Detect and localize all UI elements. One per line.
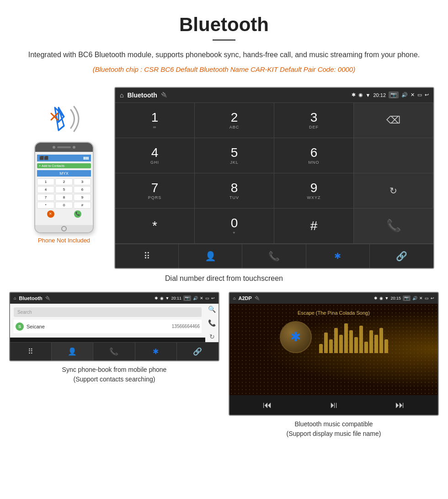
- next-track-btn[interactable]: ⏭: [395, 400, 405, 410]
- music-caption-text: Bluetooth music compatible(Support displ…: [287, 420, 381, 437]
- phonebook-time: 20:11: [171, 296, 181, 300]
- key-5[interactable]: 5 JKL: [195, 138, 274, 173]
- phone-camera: [57, 146, 71, 148]
- eq-bar-6: [349, 330, 353, 353]
- music-camera-icon: 📷: [403, 295, 411, 301]
- prev-track-btn[interactable]: ⏮: [263, 400, 272, 410]
- key-refresh[interactable]: ↻: [354, 173, 433, 209]
- eq-bar-4: [339, 335, 343, 353]
- bt-status-icon: ✱: [352, 92, 356, 98]
- eq-bar-2: [329, 339, 333, 353]
- pb-nav-contacts[interactable]: 👤: [52, 343, 93, 360]
- key-1[interactable]: 1 ∞: [115, 103, 195, 138]
- nav-contacts[interactable]: 👤: [179, 244, 242, 268]
- dialpad-grid: 1 ∞ 2 ABC 3 DEF ⌫ 4 GHI 5 JKL: [115, 102, 433, 244]
- key-3[interactable]: 3 DEF: [274, 103, 354, 138]
- dial-caption: Dial number direct from touchscreen: [0, 269, 448, 292]
- key-8[interactable]: 8 TUV: [195, 173, 274, 209]
- status-right: ✱ ◉ ▼ 20:12 📷 🔊 ✕ ▭ ↩: [352, 91, 429, 98]
- play-pause-btn[interactable]: ⏯: [329, 400, 338, 410]
- key-4-number: 4: [151, 146, 159, 159]
- song-title: Escape (The Pina Colada Song): [298, 310, 370, 316]
- phonebook-usb-icon: 🔌: [45, 296, 50, 300]
- menu-icon: ▭: [417, 92, 422, 98]
- location-icon: ◉: [358, 92, 363, 98]
- nav-bluetooth[interactable]: ✱: [306, 244, 370, 268]
- music-loc-icon: ◉: [379, 296, 383, 300]
- eq-bar-12: [379, 328, 383, 353]
- mini-key-9: 9: [74, 194, 91, 201]
- dialpad-bottom-nav: ⠿ 👤 📞 ✱ 🔗: [115, 244, 433, 268]
- key-hash[interactable]: #: [274, 209, 354, 244]
- signal-icon: ▼: [366, 92, 371, 98]
- key-star[interactable]: *: [115, 209, 195, 244]
- key-backspace[interactable]: ⌫: [354, 103, 433, 138]
- nav-phone[interactable]: 📞: [242, 244, 306, 268]
- phone-signal: ▮▮▮: [83, 156, 89, 160]
- contact-initial: S: [16, 322, 24, 331]
- camera-icon: 📷: [389, 91, 399, 98]
- music-caption: Bluetooth music compatible(Support displ…: [287, 419, 381, 439]
- key-hash-symbol: #: [310, 220, 318, 232]
- key-call-end[interactable]: 📞: [354, 209, 433, 244]
- header-section: Bluetooth Integrated with BC6 Bluetooth …: [0, 0, 448, 82]
- key-0[interactable]: 0 +: [195, 209, 274, 244]
- key-6-letters: MNO: [309, 160, 320, 165]
- mini-key-5: 5: [55, 186, 73, 193]
- key-3-letters: DEF: [309, 125, 319, 129]
- music-screen: ⌂ A2DP 🔌 ✱ ◉ ▼ 20:15 📷 🔊 ✕ ▭ ↩: [229, 292, 439, 416]
- key-4[interactable]: 4 GHI: [115, 138, 195, 173]
- back-icon: ↩: [425, 92, 429, 98]
- key-9-letters: WXYZ: [307, 195, 321, 200]
- mini-key-2: 2: [55, 178, 73, 185]
- number-display: MYX: [37, 170, 91, 177]
- contact-phone: 13566664466: [172, 324, 200, 329]
- eq-bar-8: [359, 326, 363, 353]
- phone-screen: ⬛⬛ ▮▮▮ + Add to Contacts MYX 1 2 3 4 5 6…: [35, 152, 93, 225]
- middle-section: ⬛⬛ ▮▮▮ + Add to Contacts MYX 1 2 3 4 5 6…: [0, 82, 448, 269]
- mini-key-6: 6: [74, 186, 91, 193]
- key-5-number: 5: [231, 146, 238, 159]
- key-2[interactable]: 2 ABC: [195, 103, 274, 138]
- music-title: A2DP: [238, 295, 251, 301]
- pb-nav-dialpad[interactable]: ⠿: [10, 343, 52, 360]
- search-icon-right[interactable]: 🔍: [208, 306, 216, 313]
- key-0-letters: +: [233, 231, 235, 235]
- phone-area: ⬛⬛ ▮▮▮ + Add to Contacts MYX 1 2 3 4 5 6…: [14, 87, 114, 244]
- time-display: 20:12: [373, 92, 386, 98]
- phone-top-bar: [35, 143, 93, 152]
- phonebook-close-icon: ✕: [200, 296, 203, 300]
- phone-icon: 📞: [268, 251, 280, 262]
- music-vol-icon: 🔊: [412, 296, 417, 300]
- phonebook-caption-text: Sync phone-book from mobile phone(Suppor…: [62, 366, 167, 383]
- key-6-number: 6: [310, 146, 318, 159]
- status-left: ⌂ Bluetooth 🔌: [120, 91, 167, 99]
- phonebook-title: Bluetooth: [19, 295, 42, 301]
- call-icon-right[interactable]: 📞: [208, 319, 216, 327]
- nav-settings[interactable]: 🔗: [370, 244, 433, 268]
- key-5-letters: JKL: [230, 160, 239, 165]
- search-bar[interactable]: Search: [14, 307, 202, 317]
- close-icon: ✕: [411, 92, 415, 98]
- music-menu-icon: ▭: [425, 296, 429, 300]
- refresh-icon: ↻: [389, 185, 397, 196]
- pb-nav-link[interactable]: 🔗: [177, 343, 219, 360]
- pb-nav-bt[interactable]: ✱: [135, 343, 177, 360]
- sync-icon-right[interactable]: ↻: [209, 333, 215, 340]
- key-7[interactable]: 7 PQRS: [115, 173, 195, 209]
- phonebook-body: Search S Seicane 13566664466 🔍 📞 ↻: [10, 304, 219, 342]
- key-6[interactable]: 6 MNO: [274, 138, 354, 173]
- key-9[interactable]: 9 WXYZ: [274, 173, 354, 209]
- key-1-letters: ∞: [153, 125, 156, 129]
- add-contact-btn[interactable]: + Add to Contacts: [37, 163, 91, 168]
- nav-dialpad[interactable]: ⠿: [115, 244, 179, 268]
- phonebook-content: Search S Seicane 13566664466: [10, 304, 205, 338]
- end-call-btn-mini: ✕: [47, 210, 54, 218]
- home-icon: ⌂: [120, 91, 123, 99]
- key-7-number: 7: [151, 182, 159, 194]
- mini-key-7: 7: [37, 194, 54, 201]
- pb-nav-phone[interactable]: 📞: [93, 343, 135, 360]
- chip-info: (Bluetooth chip : CSR BC6 Default Blueto…: [27, 65, 421, 73]
- phonebook-status-bar: ⌂ Bluetooth 🔌 ✱ ◉ ▼ 20:11 📷 🔊 ✕ ▭ ↩: [10, 293, 219, 304]
- key-3-number: 3: [310, 111, 318, 124]
